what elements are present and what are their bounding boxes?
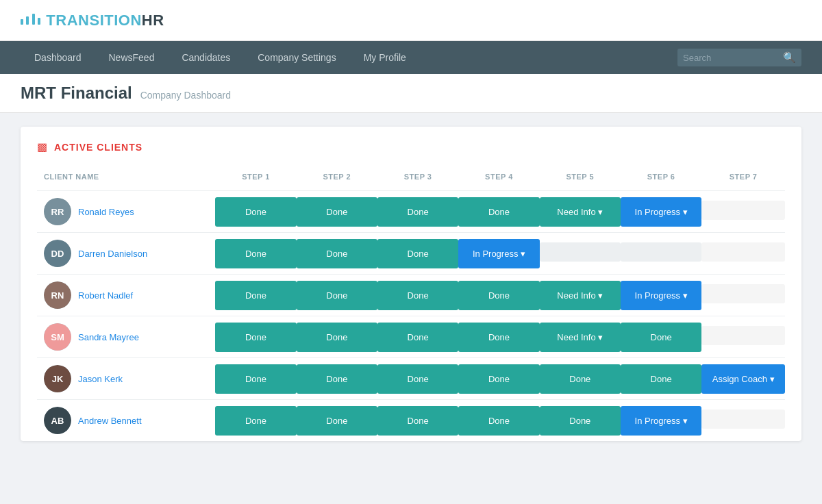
table-row: RN Robert NadlefDoneDoneDoneDoneNeed Inf… — [37, 275, 785, 316]
step-btn-done[interactable]: Done — [215, 406, 296, 436]
step-btn-done[interactable]: Done — [297, 406, 377, 436]
client-info: SM Sandra Mayree — [37, 316, 215, 357]
step-cell-3-3: Done — [458, 316, 539, 358]
step-cell-2-1: Done — [297, 275, 377, 316]
step-btn-done[interactable]: Done — [297, 239, 377, 268]
step-btn-done[interactable]: Done — [297, 197, 377, 227]
step-btn-done[interactable]: Done — [377, 197, 458, 227]
avatar: JK — [44, 365, 71, 392]
step-cell-5-2: Done — [377, 400, 458, 442]
step-btn-assign-coach[interactable]: Assign Coach ▾ — [701, 364, 785, 394]
step-cell-0-1: Done — [297, 191, 377, 233]
step-cell-5-0: Done — [215, 400, 296, 442]
avatar: AB — [44, 407, 71, 434]
step-btn-done[interactable]: Done — [458, 197, 539, 227]
client-info: JK Jason Kerk — [37, 358, 215, 399]
step-btn-need-info[interactable]: Need Info ▾ — [540, 281, 621, 310]
step-btn-done[interactable]: Done — [540, 364, 621, 394]
bar-chart-icon — [21, 14, 40, 27]
step-cell-4-5: Done — [621, 358, 701, 400]
step-btn-in-progress[interactable]: In Progress ▾ — [458, 239, 539, 268]
main-nav: Dashboard NewsFeed Candidates Company Se… — [0, 41, 822, 74]
step-cell-5-6 — [701, 400, 785, 442]
step-btn-done[interactable]: Done — [621, 323, 701, 352]
logo-icon — [21, 14, 40, 27]
svg-text:DD: DD — [51, 249, 64, 259]
step-cell-3-5: Done — [621, 316, 701, 358]
step-btn-done[interactable]: Done — [215, 364, 296, 394]
client-name[interactable]: Jason Kerk — [78, 374, 123, 384]
col-step3: STEP 3 — [377, 167, 458, 191]
search-icon[interactable]: 🔍 — [783, 51, 796, 64]
step-cell-1-4 — [540, 233, 621, 275]
step-cell-0-4: Need Info ▾ — [540, 191, 621, 233]
client-name[interactable]: Andrew Bennett — [78, 416, 142, 426]
col-step1: STEP 1 — [215, 167, 296, 191]
svg-text:JK: JK — [52, 374, 64, 384]
step-cell-1-1: Done — [297, 233, 377, 275]
step-cell-2-6 — [701, 275, 785, 316]
step-cell-1-5 — [621, 233, 701, 275]
step-btn-in-progress[interactable]: In Progress ▾ — [621, 406, 701, 436]
search-input[interactable] — [683, 53, 779, 63]
card-title: ACTIVE CLIENTS — [54, 142, 142, 153]
step-btn-done[interactable]: Done — [215, 323, 296, 352]
step-btn-done[interactable]: Done — [621, 364, 701, 394]
table-header-row: CLIENT NAME STEP 1 STEP 2 STEP 3 STEP 4 … — [37, 167, 785, 191]
company-subtitle: Company Dashboard — [140, 90, 231, 101]
step-btn-need-info[interactable]: Need Info ▾ — [540, 197, 621, 227]
client-name[interactable]: Ronald Reyes — [78, 207, 134, 217]
step-btn-done[interactable]: Done — [377, 323, 458, 352]
step-btn-empty — [701, 242, 785, 262]
step-btn-done[interactable]: Done — [377, 239, 458, 268]
table-row: AB Andrew BennettDoneDoneDoneDoneDoneIn … — [37, 400, 785, 442]
step-btn-done[interactable]: Done — [215, 281, 296, 310]
active-clients-icon: ▩ — [37, 140, 47, 153]
logo-text: TRANSITIONHR — [46, 12, 164, 29]
step-btn-done[interactable]: Done — [377, 281, 458, 310]
client-info: RR Ronald Reyes — [37, 191, 215, 232]
card-header: ▩ ACTIVE CLIENTS — [37, 140, 785, 153]
step-btn-in-progress[interactable]: In Progress ▾ — [621, 281, 701, 310]
col-step2: STEP 2 — [297, 167, 377, 191]
step-btn-empty — [701, 201, 785, 220]
client-name[interactable]: Robert Nadlef — [78, 290, 133, 301]
step-btn-done[interactable]: Done — [297, 364, 377, 394]
nav-candidates[interactable]: Candidates — [168, 41, 244, 74]
step-btn-done[interactable]: Done — [377, 364, 458, 394]
step-btn-done[interactable]: Done — [215, 239, 296, 268]
step-btn-done[interactable]: Done — [540, 406, 621, 436]
nav-dashboard[interactable]: Dashboard — [21, 41, 95, 74]
table-row: DD Darren DanielsonDoneDoneDoneIn Progre… — [37, 233, 785, 275]
step-btn-empty — [701, 284, 785, 303]
table-row: SM Sandra MayreeDoneDoneDoneDoneNeed Inf… — [37, 316, 785, 358]
step-btn-done[interactable]: Done — [297, 323, 377, 352]
client-cell-3: SM Sandra Mayree — [37, 316, 215, 358]
page-header: MRT Financial Company Dashboard — [0, 74, 822, 113]
step-cell-2-5: In Progress ▾ — [621, 275, 701, 316]
step-cell-1-2: Done — [377, 233, 458, 275]
step-btn-empty — [621, 242, 701, 262]
nav-newsfeed[interactable]: NewsFeed — [95, 41, 169, 74]
nav-company-settings[interactable]: Company Settings — [244, 41, 349, 74]
step-cell-5-1: Done — [297, 400, 377, 442]
step-btn-done[interactable]: Done — [458, 406, 539, 436]
step-cell-4-3: Done — [458, 358, 539, 400]
step-btn-done[interactable]: Done — [458, 323, 539, 352]
step-btn-in-progress[interactable]: In Progress ▾ — [621, 197, 701, 227]
step-btn-need-info[interactable]: Need Info ▾ — [540, 323, 621, 352]
step-cell-5-4: Done — [540, 400, 621, 442]
step-cell-2-3: Done — [458, 275, 539, 316]
step-btn-done[interactable]: Done — [458, 281, 539, 310]
step-btn-done[interactable]: Done — [297, 281, 377, 310]
client-cell-0: RR Ronald Reyes — [37, 191, 215, 233]
nav-search-bar: 🔍 — [677, 49, 801, 66]
step-btn-done[interactable]: Done — [377, 406, 458, 436]
client-name[interactable]: Sandra Mayree — [78, 332, 139, 342]
step-cell-4-6: Assign Coach ▾ — [701, 358, 785, 400]
client-name[interactable]: Darren Danielson — [78, 249, 147, 259]
nav-my-profile[interactable]: My Profile — [350, 41, 420, 74]
client-info: DD Darren Danielson — [37, 233, 215, 274]
step-btn-done[interactable]: Done — [458, 364, 539, 394]
step-btn-done[interactable]: Done — [215, 197, 296, 227]
